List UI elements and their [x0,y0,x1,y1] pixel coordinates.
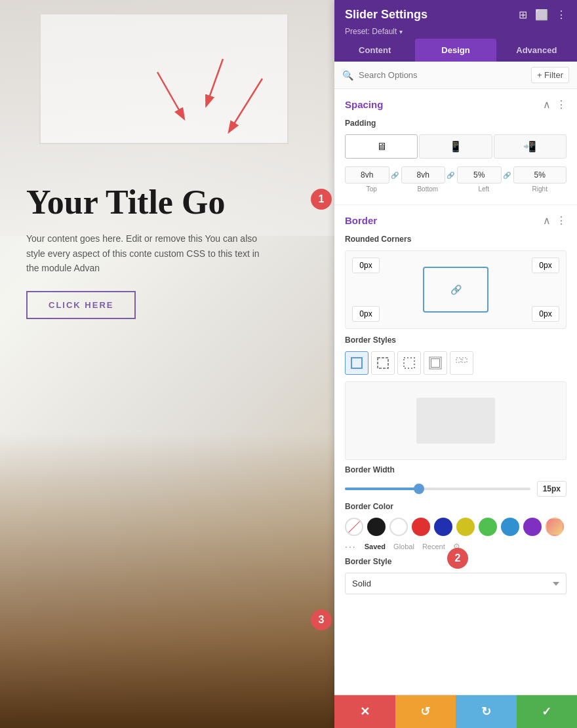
svg-rect-8 [431,359,440,368]
cancel-button[interactable]: ✕ [334,695,395,728]
reset-button[interactable]: ↺ [395,695,456,728]
border-style-dotted-btn[interactable] [397,351,421,375]
svg-line-3 [229,79,262,131]
click-here-button[interactable]: CLICK HERE [26,291,136,319]
color-swatch-edit[interactable] [546,518,564,536]
padding-bottom-cell: 🔗 Bottom [401,166,455,193]
corner-tr-input[interactable] [532,258,559,273]
color-swatch-blue-medium[interactable] [501,518,519,536]
border-style-solid-btn[interactable] [345,351,368,375]
save-button[interactable]: ✓ [517,695,578,728]
search-icon: 🔍 [342,70,353,81]
search-bar: 🔍 + Filter [334,62,577,89]
svg-rect-9 [456,358,461,362]
color-swatch-black[interactable] [367,518,386,536]
preset-selector[interactable]: Preset: Default ▾ [345,27,567,39]
spacing-controls: ∧ ⋮ [543,98,567,111]
padding-label: Padding [345,119,567,128]
corners-container: 🔗 [345,250,567,329]
padding-left-label: Left [478,185,489,193]
color-swatch-purple[interactable] [523,518,542,536]
spacing-section-header: Spacing ∧ ⋮ [345,98,567,111]
border-width-value[interactable]: 15px [537,481,567,497]
border-preview [345,381,567,460]
preset-arrow: ▾ [399,28,403,35]
svg-rect-4 [351,358,362,368]
padding-bottom-label: Bottom [417,185,438,193]
padding-top-cell: 🔗 Top [345,166,399,193]
redo-button[interactable]: ↻ [456,695,517,728]
link-top-icon[interactable]: 🔗 [391,172,399,179]
padding-left-cell: 🔗 Left [457,166,511,193]
device-mobile-btn[interactable]: 📲 [494,134,567,159]
border-color-label: Border Color [345,502,567,511]
svg-rect-6 [404,358,414,368]
border-section-title: Border [345,215,377,226]
recent-tab[interactable]: Recent [422,543,445,550]
border-style-select[interactable]: Solid Dashed Dotted Double None [345,573,567,594]
filter-button[interactable]: + Filter [531,67,569,83]
spacing-collapse-icon[interactable]: ∧ [543,98,551,111]
border-width-fill [345,488,419,490]
border-collapse-icon[interactable]: ∧ [543,214,551,227]
panel-header-icons: ⊞ ⬜ ⋮ [519,9,567,21]
saved-tab[interactable]: Saved [365,543,386,550]
panel-title: Slider Settings [345,8,428,22]
layout-icon[interactable]: ⊞ [519,9,527,21]
color-swatch-red[interactable] [412,518,430,536]
border-width-track[interactable] [345,488,530,490]
more-options-icon[interactable]: ⋮ [556,9,567,21]
border-section-header: Border ∧ ⋮ [345,214,567,227]
tab-content[interactable]: Content [334,39,415,62]
hero-body: Your content goes here. Edit or remove t… [26,231,262,275]
border-styles-label: Border Styles [345,335,567,345]
panel-header: Slider Settings ⊞ ⬜ ⋮ Preset: Default ▾ [334,0,577,39]
corner-br-input[interactable] [532,306,559,322]
padding-bottom-input[interactable] [401,166,446,183]
link-left-icon[interactable]: 🔗 [503,172,511,179]
badge-2: 2 [447,548,468,569]
border-style-double-btn[interactable] [424,351,447,375]
color-swatch-yellow[interactable] [456,518,475,536]
panel-tabs: Content Design Advanced [334,39,577,62]
border-style-dashed-btn[interactable] [371,351,395,375]
corner-center-box: 🔗 [423,267,488,313]
panel-header-top: Slider Settings ⊞ ⬜ ⋮ [345,8,567,27]
color-swatch-blue-dark[interactable] [434,518,452,536]
padding-left-input[interactable] [457,166,502,183]
padding-top-input[interactable] [345,166,389,183]
rounded-corners-label: Rounded Corners [345,235,567,244]
border-style-select-row: Solid Dashed Dotted Double None [345,573,567,594]
corner-link-icon[interactable]: 🔗 [450,284,462,295]
spacing-section-title: Spacing [345,99,383,110]
search-input[interactable] [359,70,526,80]
border-style-none-btn[interactable] [450,351,473,375]
more-colors-btn[interactable]: ··· [345,541,357,552]
arrows-svg [66,52,315,183]
expand-icon[interactable]: ⬜ [535,9,548,21]
color-swatch-transparent[interactable] [345,518,363,536]
global-tab[interactable]: Global [393,543,414,550]
border-more-icon[interactable]: ⋮ [556,214,567,227]
tab-advanced[interactable]: Advanced [496,39,577,62]
color-swatch-green[interactable] [479,518,497,536]
device-tablet-btn[interactable]: 📱 [419,134,492,159]
spacing-more-icon[interactable]: ⋮ [556,98,567,111]
device-row: 🖥 📱 📲 [345,134,567,159]
border-width-thumb[interactable] [414,484,424,494]
padding-top-label: Top [367,185,377,193]
svg-line-1 [157,72,184,118]
padding-right-input[interactable] [513,166,567,183]
link-bottom-icon[interactable]: 🔗 [447,172,454,179]
hero-title: Your Title Go [26,183,321,221]
corner-tl-input[interactable] [352,258,380,273]
color-swatches [345,518,567,536]
panel-content: Spacing ∧ ⋮ Padding 🖥 📱 📲 🔗 [334,89,577,695]
tab-design[interactable]: Design [415,39,496,62]
border-styles-row [345,351,567,375]
color-swatch-white[interactable] [389,518,408,536]
background-area: Your Title Go Your content goes here. Ed… [0,0,334,728]
corner-bl-input[interactable] [352,306,380,322]
device-desktop-btn[interactable]: 🖥 [345,134,418,159]
panel-toolbar: ✕ ↺ ↻ ✓ [334,695,577,728]
